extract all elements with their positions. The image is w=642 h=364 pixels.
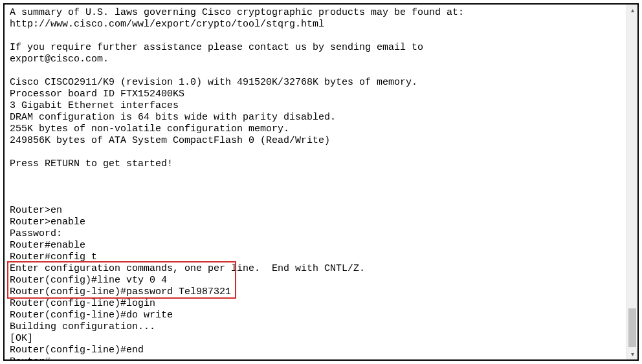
terminal-window: A summary of U.S. laws governing Cisco c… <box>3 3 639 361</box>
scroll-up-arrow[interactable]: ▴ <box>627 5 638 16</box>
scrollbar-thumb[interactable] <box>628 308 636 347</box>
terminal-output[interactable]: A summary of U.S. laws governing Cisco c… <box>5 5 626 359</box>
scroll-down-arrow[interactable]: ▾ <box>627 348 638 359</box>
vertical-scrollbar[interactable]: ▴ ▾ <box>626 5 637 359</box>
scrollbar-track[interactable] <box>627 16 637 348</box>
